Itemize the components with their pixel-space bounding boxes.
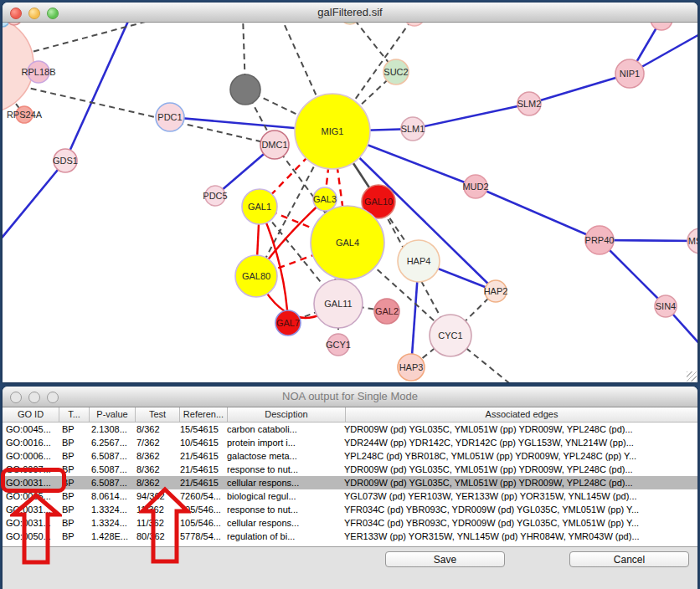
- table-cell: 1.3324...: [88, 503, 133, 516]
- graph-node-gray[interactable]: [230, 74, 260, 105]
- table-row[interactable]: GO:0050...BP1.428E...80/3625778/54...reg…: [3, 530, 697, 543]
- table-row[interactable]: GO:0007...BP6.5087...8/36221/54615respon…: [3, 463, 697, 476]
- graph-window: galFiltered.sif RPL18BRPS24AGDS1PDC1DMC1…: [3, 3, 697, 382]
- table-cell: 21/54615: [177, 476, 224, 489]
- table-cell: YDR244W (pp) YDR142C, YDR142C (pp) YGL15…: [341, 436, 697, 449]
- graph-node-label: GAL10: [364, 197, 393, 207]
- graph-edge-blue[interactable]: [413, 104, 529, 129]
- column-header-desciption[interactable]: Desciption: [228, 407, 346, 422]
- table-cell: cellular respons...: [224, 476, 341, 489]
- table-cell: 6.2567...: [88, 436, 133, 449]
- graph-node-label: HAP3: [399, 362, 424, 372]
- graph-edge-blue[interactable]: [3, 161, 65, 241]
- table-cell: YFR034C (pd) YBR093C, YDR009W (pd) YGL03…: [341, 503, 697, 516]
- column-header-p-value[interactable]: P-value: [90, 407, 136, 422]
- graph-node-label: MUD2: [462, 182, 488, 192]
- graph-node-label: PRP40: [585, 235, 615, 245]
- column-header-go-id[interactable]: GO ID: [3, 407, 59, 422]
- table-header-row: GO IDT...P-valueTestReferen...Desciption…: [3, 407, 697, 423]
- cancel-button[interactable]: Cancel: [569, 551, 689, 567]
- table-cell: protein import i...: [224, 436, 341, 449]
- table-cell: carbon cataboli...: [224, 423, 341, 436]
- table-cell: YDR009W (pd) YGL035C, YML051W (pp) YDR00…: [341, 476, 697, 489]
- column-header-referen[interactable]: Referen...: [180, 407, 228, 422]
- table-row[interactable]: GO:0065...BP8.0614...94/3627260/54...bio…: [3, 489, 697, 503]
- graph-node-label: PDC5: [203, 191, 227, 201]
- graph-window-titlebar[interactable]: galFiltered.sif: [3, 3, 697, 23]
- table-cell: BP: [59, 423, 88, 436]
- table-row[interactable]: GO:0031...BP1.3324...11/362105/546...res…: [3, 503, 697, 516]
- table-bottom-padding: [3, 543, 697, 546]
- table-cell: 1.428E...: [88, 530, 133, 543]
- table-cell: BP: [59, 489, 88, 503]
- table-cell: 8.0614...: [88, 489, 133, 503]
- table-cell: 105/546...: [177, 516, 224, 530]
- graph-node-pinktopright[interactable]: [651, 23, 672, 30]
- graph-node-label: MIG1: [322, 126, 344, 136]
- graph-node-label: MSL1: [688, 236, 697, 246]
- graph-node-label: HAP2: [484, 286, 508, 296]
- table-cell: YPL248C (pd) YBR018C, YML051W (pp) YDR00…: [341, 449, 697, 463]
- table-cell: GO:0045...: [3, 423, 59, 436]
- graph-node-label: RPL18B: [22, 67, 56, 77]
- table-cell: 1.3324...: [88, 516, 133, 530]
- table-row[interactable]: GO:0031...BP1.3324...11/362105/546...cel…: [3, 516, 697, 530]
- table-cell: 8/362: [133, 423, 177, 436]
- graph-node-pinktopmid[interactable]: [404, 23, 425, 26]
- table-row[interactable]: GO:0045...BP2.1308...8/36215/54615carbon…: [3, 423, 697, 436]
- desktop: galFiltered.sif RPL18BRPS24AGDS1PDC1DMC1…: [0, 0, 700, 589]
- table-cell: GO:0006...: [3, 449, 59, 463]
- table-row[interactable]: GO:0006...BP6.5087...8/36221/54615galact…: [3, 449, 697, 463]
- table-cell: BP: [59, 436, 88, 449]
- graph-edge-blue[interactable]: [65, 23, 130, 161]
- table-row[interactable]: GO:0031...BP6.5087...8/36221/54615cellul…: [3, 476, 697, 489]
- network-canvas[interactable]: RPL18BRPS24AGDS1PDC1DMC1MIG1SUC2SLM1SLM2…: [3, 23, 697, 382]
- table-cell: 21/54615: [177, 449, 224, 463]
- table-cell: BP: [59, 503, 88, 516]
- table-cell: YDR009W (pd) YGL035C, YML051W (pp) YDR00…: [341, 463, 697, 476]
- graph-node-label: NIP1: [620, 69, 640, 79]
- table-cell: 21/54615: [177, 463, 224, 476]
- table-row[interactable]: GO:0016...BP6.2567...7/36210/54615protei…: [3, 436, 697, 449]
- resize-grip-icon[interactable]: [687, 371, 697, 382]
- save-button[interactable]: Save: [385, 551, 505, 567]
- table-cell: GO:0016...: [3, 436, 59, 449]
- column-header-associated-edges[interactable]: Associated edges: [346, 407, 697, 422]
- table-cell: BP: [59, 476, 88, 489]
- table-cell: BP: [59, 463, 88, 476]
- table-cell: 11/362: [133, 516, 177, 530]
- graph-edge-blue[interactable]: [529, 74, 630, 104]
- table-cell: response to nut...: [224, 503, 341, 516]
- graph-node-label: GAL7: [276, 318, 300, 328]
- table-cell: GO:0031...: [3, 476, 59, 489]
- table-cell: 2.1308...: [88, 423, 133, 436]
- table-cell: GO:0031...: [3, 516, 59, 530]
- graph-node-label: GDS1: [53, 156, 78, 166]
- column-header-t[interactable]: T...: [59, 407, 90, 422]
- table-cell: regulation of bi...: [224, 530, 341, 543]
- table-cell: galactose meta...: [224, 449, 341, 463]
- table-cell: GO:0007...: [3, 463, 59, 476]
- graph-node-label: GAL11: [324, 299, 352, 309]
- table-cell: 11/362: [133, 503, 177, 516]
- table-cell: YDR009W (pd) YGL035C, YML051W (pp) YDR00…: [341, 423, 697, 436]
- table-cell: 6.5087...: [88, 449, 133, 463]
- table-cell: 6.5087...: [88, 463, 133, 476]
- table-cell: BP: [59, 530, 88, 543]
- column-header-test[interactable]: Test: [136, 407, 180, 422]
- graph-node-label: DMC1: [261, 140, 287, 150]
- table-cell: 8/362: [133, 449, 177, 463]
- table-cell: 94/362: [133, 489, 177, 503]
- noa-window-titlebar[interactable]: NOA output for Single Mode: [3, 387, 697, 407]
- graph-node-label: SUC2: [383, 67, 408, 77]
- table-cell: GO:0050...: [3, 530, 59, 543]
- network-graph: RPL18BRPS24AGDS1PDC1DMC1MIG1SUC2SLM1SLM2…: [3, 23, 697, 382]
- table-cell: 5778/54...: [177, 530, 224, 543]
- table-cell: 15/54615: [177, 423, 224, 436]
- graph-node-label: GAL3: [313, 194, 337, 204]
- table-cell: 10/54615: [177, 436, 224, 449]
- graph-edge-blue[interactable]: [476, 187, 600, 240]
- table-body: GO:0045...BP2.1308...8/36215/54615carbon…: [3, 423, 697, 543]
- graph-node-label: CYC1: [438, 330, 462, 341]
- graph-node-label: GAL1: [248, 202, 271, 212]
